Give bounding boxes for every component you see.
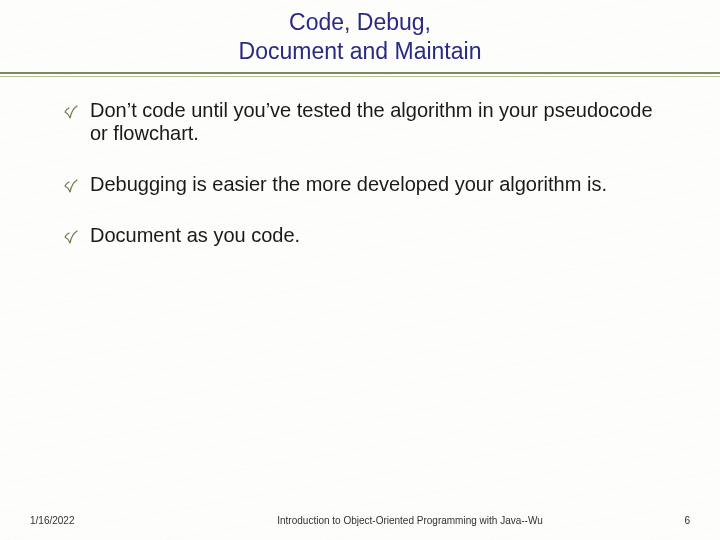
checkmark-icon	[60, 179, 82, 193]
list-item: Don’t code until you’ve tested the algor…	[60, 99, 660, 145]
slide-title-line2: Document and Maintain	[0, 37, 720, 66]
bullet-text: Don’t code until you’ve tested the algor…	[90, 99, 660, 145]
slide-title: Code, Debug, Document and Maintain	[0, 0, 720, 66]
bullet-text: Debugging is easier the more developed y…	[90, 173, 660, 196]
footer-subtitle: Introduction to Object-Oriented Programm…	[190, 515, 630, 526]
page-number: 6	[630, 515, 690, 526]
bullet-list: Don’t code until you’ve tested the algor…	[0, 77, 720, 247]
rule-thick	[0, 72, 720, 74]
checkmark-icon	[60, 105, 82, 119]
slide-footer: 1/16/2022 Introduction to Object-Oriente…	[0, 515, 720, 526]
list-item: Document as you code.	[60, 224, 660, 247]
slide-title-line1: Code, Debug,	[0, 8, 720, 37]
list-item: Debugging is easier the more developed y…	[60, 173, 660, 196]
footer-date: 1/16/2022	[30, 515, 190, 526]
checkmark-icon	[60, 230, 82, 244]
bullet-text: Document as you code.	[90, 224, 660, 247]
